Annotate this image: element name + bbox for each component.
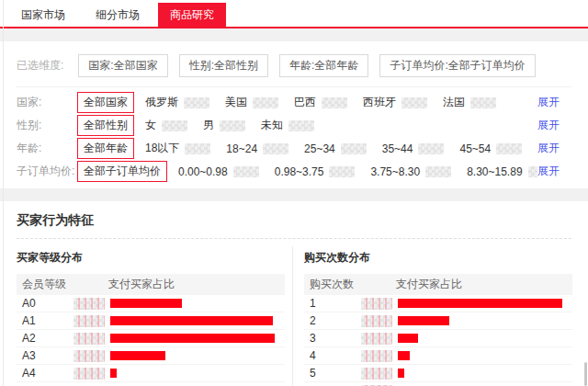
redacted-value [528,166,537,177]
filter-row-0: 国家:全部国家俄罗斯美国巴西西班牙法国展开 [17,91,571,114]
row-label: 2 [304,314,361,327]
redacted-value [184,97,209,108]
filters-panel: 已选维度: 国家:全部国家性别:全部性别年龄:全部年龄子订单均价:全部子订单均价… [0,41,588,188]
filter-option[interactable]: 女 [145,118,187,133]
row-value-cell [74,350,110,362]
chart-title: 购买次数分布 [304,250,572,266]
dashed-divider [17,238,571,239]
redacted-value [263,143,288,154]
filter-option-label: 俄罗斯 [145,95,178,110]
dimension-chip[interactable]: 国家:全部国家 [78,54,167,77]
expand-link[interactable]: 展开 [537,164,571,179]
filter-option[interactable]: 男 [203,118,245,133]
filter-selected-option[interactable]: 全部年龄 [77,138,134,159]
filter-option[interactable]: 俄罗斯 [145,95,209,110]
table-row: A1 [17,312,285,330]
tab-bar: 国家市场细分市场商品研究 [0,0,588,28]
filter-options: 俄罗斯美国巴西西班牙法国 [145,95,537,110]
bar-zone [110,334,285,343]
bar [398,351,410,360]
expand-link[interactable]: 展开 [537,141,571,156]
divider [17,86,571,87]
table-row: 5 [304,365,572,382]
column-header: 会员等级 [17,277,108,292]
bar-zone [110,316,285,325]
filter-option-label: 45~54 [459,142,491,155]
tab-国家市场[interactable]: 国家市场 [9,3,77,27]
row-value-cell [361,315,398,327]
filter-option-label: 3.75~8.30 [370,165,420,178]
bar-zone [398,334,572,343]
filter-option[interactable]: 18~24 [226,142,288,155]
dimension-chip[interactable]: 子订单均价:全部子订单均价 [379,54,535,77]
redacted-value [361,368,392,380]
chart-panels: 买家等级分布会员等级支付买家占比A0A1A2A3A4购买次数分布购买次数支付买家… [17,246,571,386]
redacted-value [425,166,451,177]
redacted-value [361,298,392,310]
section-gap-band [0,28,588,41]
table-header: 会员等级支付买家占比 [17,274,285,295]
table-row: 4 [304,347,572,365]
filter-selected-option[interactable]: 全部国家 [77,92,134,113]
page-left-border [3,0,4,386]
filter-option[interactable]: 0.00~0.98 [178,165,259,178]
filter-option[interactable]: 巴西 [294,95,347,110]
table-row: 2 [304,312,572,330]
redacted-value [322,97,347,108]
table-row: A2 [17,330,285,347]
redacted-value [418,143,444,154]
chart-title: 买家等级分布 [17,250,285,266]
filter-option[interactable]: 3.75~8.30 [370,165,451,178]
filter-selected-option[interactable]: 全部子订单均价 [77,161,167,182]
dimension-chip[interactable]: 性别:全部性别 [179,54,268,77]
selected-dimensions-row: 已选维度: 国家:全部国家性别:全部性别年龄:全部年龄子订单均价:全部子订单均价 [17,54,571,77]
row-label: A3 [17,349,74,362]
redacted-value [185,143,210,154]
filter-name: 性别: [17,118,77,133]
row-label: 5 [304,367,361,380]
redacted-value [361,350,392,362]
bar [398,299,562,308]
filter-option[interactable]: 0.98~3.75 [275,165,356,178]
filter-option[interactable]: 35~44 [382,142,445,155]
dimension-chip[interactable]: 年龄:全部年龄 [279,54,368,77]
filter-row-3: 子订单均价:全部子订单均价0.00~0.980.98~3.753.75~8.30… [17,160,571,183]
filter-option[interactable]: 未知 [261,118,314,133]
expand-link[interactable]: 展开 [537,118,571,133]
filter-option[interactable]: 8.30~15.89 [467,165,537,178]
filter-option-label: 8.30~15.89 [467,165,522,178]
filter-option-label: 西班牙 [363,95,396,110]
row-value-cell [74,315,110,327]
bar-zone [398,369,572,378]
filter-option[interactable]: 25~34 [304,142,367,155]
row-value-cell [74,298,110,310]
section-gap-band [0,188,588,201]
chart-panel-1: 购买次数分布购买次数支付买家占比123456-1010+ [304,246,572,386]
filter-option[interactable]: 45~54 [459,142,522,155]
table-row: A4 [17,365,285,382]
filter-option-label: 男 [203,118,214,133]
redacted-value [329,166,355,177]
bar [110,299,182,308]
filter-option-label: 巴西 [294,95,316,110]
filter-option[interactable]: 西班牙 [363,95,427,110]
redacted-value [288,120,314,131]
filter-option[interactable]: 18以下 [145,141,210,156]
expand-link[interactable]: 展开 [537,95,571,110]
filter-name: 子订单均价: [17,164,77,179]
bar-zone [110,299,285,308]
row-value-cell [361,368,398,380]
redacted-value [401,97,427,108]
vertical-scrollbar[interactable] [584,362,587,386]
filter-option-label: 法国 [443,95,465,110]
filter-option[interactable]: 美国 [225,95,278,110]
tab-细分市场[interactable]: 细分市场 [84,3,152,27]
redacted-value [74,333,105,345]
filter-option-label: 女 [145,118,156,133]
filter-option[interactable]: 法国 [443,95,496,110]
bar [398,369,404,378]
filter-selected-option[interactable]: 全部性别 [77,115,134,136]
tab-商品研究[interactable]: 商品研究 [158,3,226,27]
filter-options: 0.00~0.980.98~3.753.75~8.308.30~15.89 [178,165,537,178]
redacted-value [341,143,367,154]
